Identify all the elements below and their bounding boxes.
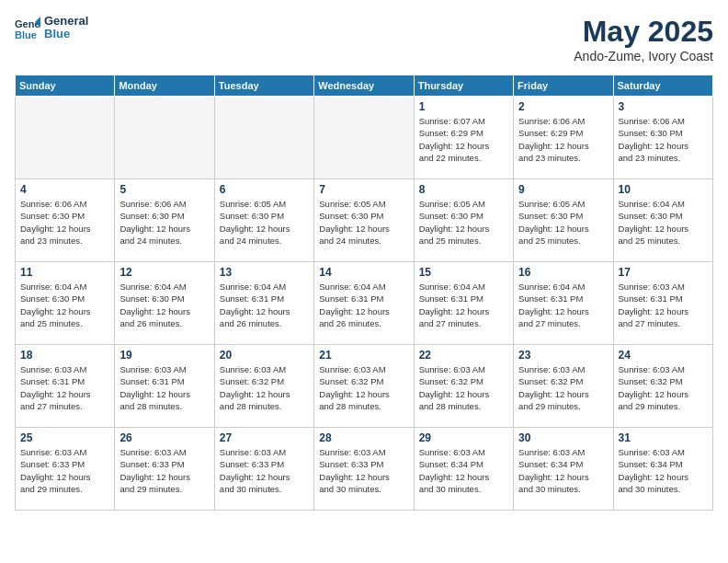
day-number: 1: [419, 100, 508, 113]
day-info: Sunrise: 6:05 AM Sunset: 6:30 PM Dayligh…: [518, 198, 608, 247]
day-number: 20: [220, 349, 309, 362]
day-number: 4: [20, 183, 109, 196]
calendar-cell: 11Sunrise: 6:04 AM Sunset: 6:30 PM Dayli…: [16, 262, 115, 345]
day-number: 25: [20, 431, 109, 444]
weekday-header-thursday: Thursday: [414, 75, 513, 97]
day-number: 27: [220, 431, 309, 444]
calendar-cell: 22Sunrise: 6:03 AM Sunset: 6:32 PM Dayli…: [414, 345, 513, 428]
day-info: Sunrise: 6:05 AM Sunset: 6:30 PM Dayligh…: [220, 198, 309, 247]
title-block: May 2025 Ando-Zume, Ivory Coast: [574, 15, 713, 63]
day-number: 14: [319, 266, 408, 279]
day-info: Sunrise: 6:05 AM Sunset: 6:30 PM Dayligh…: [419, 198, 508, 247]
day-info: Sunrise: 6:03 AM Sunset: 6:34 PM Dayligh…: [518, 446, 608, 495]
day-info: Sunrise: 6:06 AM Sunset: 6:30 PM Dayligh…: [619, 115, 708, 164]
day-info: Sunrise: 6:03 AM Sunset: 6:33 PM Dayligh…: [119, 446, 209, 495]
day-info: Sunrise: 6:04 AM Sunset: 6:31 PM Dayligh…: [518, 281, 608, 329]
logo-line2: Blue: [44, 28, 88, 40]
week-row-5: 25Sunrise: 6:03 AM Sunset: 6:33 PM Dayli…: [16, 428, 713, 511]
calendar-cell: 2Sunrise: 6:06 AM Sunset: 6:29 PM Daylig…: [514, 97, 613, 179]
day-number: 18: [20, 349, 109, 362]
weekday-header-wednesday: Wednesday: [314, 75, 414, 97]
weekday-header-monday: Monday: [115, 75, 214, 97]
calendar-cell: 12Sunrise: 6:04 AM Sunset: 6:30 PM Dayli…: [115, 262, 214, 345]
calendar-cell: 30Sunrise: 6:03 AM Sunset: 6:34 PM Dayli…: [514, 428, 613, 511]
day-info: Sunrise: 6:06 AM Sunset: 6:30 PM Dayligh…: [119, 198, 209, 247]
week-row-4: 18Sunrise: 6:03 AM Sunset: 6:31 PM Dayli…: [16, 345, 713, 428]
calendar-cell: 27Sunrise: 6:03 AM Sunset: 6:33 PM Dayli…: [214, 428, 313, 511]
calendar-cell: 5Sunrise: 6:06 AM Sunset: 6:30 PM Daylig…: [115, 179, 214, 262]
day-info: Sunrise: 6:06 AM Sunset: 6:29 PM Dayligh…: [518, 115, 608, 164]
calendar-cell: 6Sunrise: 6:05 AM Sunset: 6:30 PM Daylig…: [214, 179, 313, 262]
day-number: 17: [619, 266, 708, 279]
calendar-cell: 23Sunrise: 6:03 AM Sunset: 6:32 PM Dayli…: [514, 345, 613, 428]
day-info: Sunrise: 6:04 AM Sunset: 6:31 PM Dayligh…: [419, 281, 508, 329]
day-number: 10: [619, 183, 708, 196]
calendar-cell: 31Sunrise: 6:03 AM Sunset: 6:34 PM Dayli…: [613, 428, 712, 511]
day-info: Sunrise: 6:03 AM Sunset: 6:32 PM Dayligh…: [319, 363, 408, 412]
day-info: Sunrise: 6:03 AM Sunset: 6:31 PM Dayligh…: [119, 363, 209, 412]
svg-text:Blue: Blue: [15, 29, 37, 40]
calendar-cell: 1Sunrise: 6:07 AM Sunset: 6:29 PM Daylig…: [414, 97, 513, 179]
calendar-cell: 28Sunrise: 6:03 AM Sunset: 6:33 PM Dayli…: [314, 428, 414, 511]
day-info: Sunrise: 6:04 AM Sunset: 6:31 PM Dayligh…: [220, 281, 309, 329]
weekday-header-row: SundayMondayTuesdayWednesdayThursdayFrid…: [16, 75, 713, 97]
day-info: Sunrise: 6:03 AM Sunset: 6:32 PM Dayligh…: [419, 363, 508, 412]
day-info: Sunrise: 6:03 AM Sunset: 6:32 PM Dayligh…: [518, 363, 608, 412]
calendar-cell: 13Sunrise: 6:04 AM Sunset: 6:31 PM Dayli…: [214, 262, 313, 345]
day-info: Sunrise: 6:03 AM Sunset: 6:33 PM Dayligh…: [20, 446, 109, 495]
day-info: Sunrise: 6:04 AM Sunset: 6:31 PM Dayligh…: [319, 281, 408, 329]
day-info: Sunrise: 6:03 AM Sunset: 6:33 PM Dayligh…: [319, 446, 408, 495]
day-number: 12: [119, 266, 209, 279]
calendar-cell: [314, 97, 414, 179]
day-number: 22: [419, 349, 508, 362]
day-number: 3: [619, 100, 708, 113]
weekday-header-friday: Friday: [514, 75, 613, 97]
calendar-header: General Blue General Blue May 2025 Ando-…: [15, 15, 713, 63]
day-number: 13: [220, 266, 309, 279]
calendar-cell: 4Sunrise: 6:06 AM Sunset: 6:30 PM Daylig…: [16, 179, 115, 262]
calendar-cell: [115, 97, 214, 179]
weekday-header-sunday: Sunday: [16, 75, 115, 97]
calendar-cell: 10Sunrise: 6:04 AM Sunset: 6:30 PM Dayli…: [613, 179, 712, 262]
day-number: 9: [518, 183, 608, 196]
day-info: Sunrise: 6:04 AM Sunset: 6:30 PM Dayligh…: [619, 198, 708, 247]
calendar-cell: 17Sunrise: 6:03 AM Sunset: 6:31 PM Dayli…: [613, 262, 712, 345]
calendar-cell: 21Sunrise: 6:03 AM Sunset: 6:32 PM Dayli…: [314, 345, 414, 428]
day-info: Sunrise: 6:05 AM Sunset: 6:30 PM Dayligh…: [319, 198, 408, 247]
day-info: Sunrise: 6:07 AM Sunset: 6:29 PM Dayligh…: [419, 115, 508, 164]
day-number: 24: [619, 349, 708, 362]
calendar-cell: 18Sunrise: 6:03 AM Sunset: 6:31 PM Dayli…: [16, 345, 115, 428]
calendar-cell: [16, 97, 115, 179]
day-info: Sunrise: 6:03 AM Sunset: 6:34 PM Dayligh…: [619, 446, 708, 495]
week-row-2: 4Sunrise: 6:06 AM Sunset: 6:30 PM Daylig…: [16, 179, 713, 262]
day-info: Sunrise: 6:03 AM Sunset: 6:33 PM Dayligh…: [220, 446, 309, 495]
day-info: Sunrise: 6:03 AM Sunset: 6:31 PM Dayligh…: [619, 281, 708, 329]
day-info: Sunrise: 6:03 AM Sunset: 6:32 PM Dayligh…: [220, 363, 309, 412]
weekday-header-saturday: Saturday: [613, 75, 712, 97]
day-number: 5: [119, 183, 209, 196]
day-number: 29: [419, 431, 508, 444]
calendar-cell: 7Sunrise: 6:05 AM Sunset: 6:30 PM Daylig…: [314, 179, 414, 262]
day-number: 8: [419, 183, 508, 196]
calendar-cell: 14Sunrise: 6:04 AM Sunset: 6:31 PM Dayli…: [314, 262, 414, 345]
calendar-cell: 19Sunrise: 6:03 AM Sunset: 6:31 PM Dayli…: [115, 345, 214, 428]
day-number: 15: [419, 266, 508, 279]
calendar-cell: [214, 97, 313, 179]
location: Ando-Zume, Ivory Coast: [574, 49, 713, 63]
weekday-header-tuesday: Tuesday: [214, 75, 313, 97]
week-row-3: 11Sunrise: 6:04 AM Sunset: 6:30 PM Dayli…: [16, 262, 713, 345]
calendar-cell: 8Sunrise: 6:05 AM Sunset: 6:30 PM Daylig…: [414, 179, 513, 262]
day-number: 2: [518, 100, 608, 113]
day-info: Sunrise: 6:03 AM Sunset: 6:31 PM Dayligh…: [20, 363, 109, 412]
day-number: 6: [220, 183, 309, 196]
day-info: Sunrise: 6:03 AM Sunset: 6:34 PM Dayligh…: [419, 446, 508, 495]
month-year: May 2025: [574, 15, 713, 49]
calendar-cell: 24Sunrise: 6:03 AM Sunset: 6:32 PM Dayli…: [613, 345, 712, 428]
calendar-table: SundayMondayTuesdayWednesdayThursdayFrid…: [15, 75, 713, 511]
day-number: 19: [119, 349, 209, 362]
day-number: 31: [619, 431, 708, 444]
calendar-cell: 16Sunrise: 6:04 AM Sunset: 6:31 PM Dayli…: [514, 262, 613, 345]
logo-icon: General Blue: [15, 15, 40, 40]
calendar-cell: 9Sunrise: 6:05 AM Sunset: 6:30 PM Daylig…: [514, 179, 613, 262]
logo: General Blue General Blue: [15, 15, 88, 41]
